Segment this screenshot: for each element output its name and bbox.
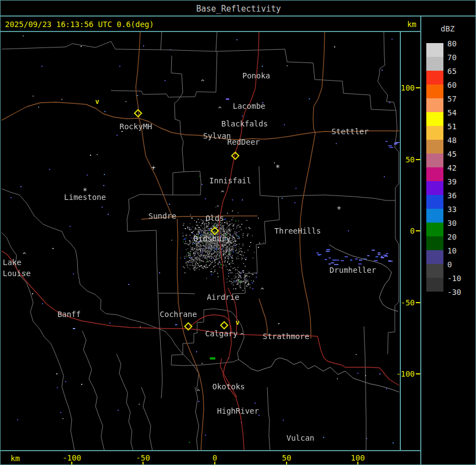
county-boundary-line: [171, 56, 183, 103]
city-label: Olds: [205, 214, 224, 222]
city-label: ThreeHills: [274, 227, 321, 235]
highway-brown-line: [240, 131, 399, 140]
county-boundary-line: [232, 166, 279, 294]
river-line: [239, 358, 399, 392]
city-label: Ponoka: [242, 72, 271, 80]
caret-marker: ^: [228, 269, 232, 275]
city-label: Cochrane: [160, 310, 197, 318]
plus-marker: +: [337, 204, 341, 212]
caret-marker: ^: [221, 190, 225, 196]
city-label: Innisfail: [209, 177, 251, 184]
vee-marker: v: [95, 98, 99, 105]
plus-marker: +: [151, 164, 156, 171]
county-boundary-line: [127, 219, 162, 398]
city-label: Drumheller: [330, 266, 376, 274]
caret-marker: ^: [23, 252, 27, 258]
county-boundary-line: [82, 331, 104, 451]
highway-red-line: [231, 334, 399, 385]
county-boundary-line: [117, 354, 133, 451]
county-boundary-line: [127, 103, 184, 219]
county-boundary-line: [378, 31, 396, 110]
city-label: RedDeer: [227, 138, 260, 146]
city-label: HighRiver: [217, 407, 259, 415]
city-label: Calgary: [205, 330, 237, 337]
county-boundary-line: [278, 195, 395, 200]
highway-brown-line: [300, 31, 325, 339]
city-label: Okotoks: [212, 383, 245, 390]
city-label: Sundre: [149, 212, 177, 220]
asterisk-marker: *: [83, 187, 87, 194]
county-boundary-line: [141, 387, 152, 451]
city-label: Strathmore: [263, 332, 309, 340]
radar-app-window: Base_Reflectivity 2025/09/23 16:13:56 UT…: [0, 0, 476, 465]
river-line: [329, 245, 398, 311]
city-label: Lacombe: [232, 102, 265, 110]
county-boundary-line: [388, 110, 399, 354]
highway-brown-line: [177, 219, 204, 451]
city-label: Airdrie: [207, 293, 239, 301]
county-boundary-line: [161, 31, 217, 51]
caret-marker: ^: [261, 287, 265, 293]
county-boundary-line: [173, 171, 201, 195]
city-label: Stettler: [331, 128, 368, 135]
caret-marker: ^: [197, 389, 200, 395]
county-boundary-line: [111, 51, 217, 97]
highway-red-line: [220, 358, 237, 397]
county-boundary-line: [195, 387, 199, 451]
highway-brown-line: [259, 299, 267, 336]
city-label: Didsbury: [193, 235, 230, 242]
city-label: Lake: [3, 258, 22, 266]
map-overlay-lines: [1, 1, 476, 465]
caret-marker: ^: [201, 79, 205, 85]
city-label: RockyMH: [119, 123, 152, 130]
asterisk-marker: *: [276, 163, 280, 171]
county-boundary-line: [364, 326, 366, 450]
city-label: Vulcan: [287, 434, 315, 442]
city-label: Banff: [57, 310, 81, 318]
highway-red-line: [1, 250, 231, 334]
county-boundary-line: [267, 387, 270, 451]
county-boundary-line: [1, 31, 162, 50]
county-boundary-line: [158, 293, 195, 294]
vee-marker: v: [235, 319, 239, 326]
caret-marker: ^: [218, 106, 222, 112]
caret-marker: ^: [240, 332, 244, 339]
city-label: Louise: [3, 270, 31, 277]
city-label: Blackfalds: [221, 120, 268, 128]
